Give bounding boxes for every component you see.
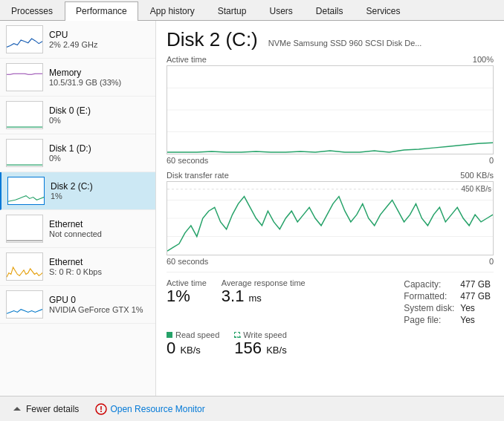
tabs-bar: Processes Performance App history Startu… [0,0,504,21]
svg-point-11 [100,411,102,412]
active-time-stat-value: 1% [167,287,207,305]
memory-label: Memory [49,68,149,78]
cpu-mini-chart [6,25,43,53]
disk1-value: 0% [49,154,149,163]
write-value: 156 KB/s [234,339,287,357]
active-time-label-row: Active time 100% [167,55,494,64]
gpu0-mini-chart [6,290,43,319]
disk2-mini-chart [7,177,45,205]
active-time-chart-section: Active time 100% 60 seconds 0 [167,55,494,165]
read-dot [167,332,172,338]
disk2-value: 1% [51,192,149,200]
transfer-time-row: 60 seconds 0 [167,257,494,266]
gpu0-info: GPU 0 NVIDIA GeForce GTX 1% [49,295,149,314]
ethernet0-info: Ethernet Not connected [49,219,149,238]
formatted-value: 477 GB [457,290,494,302]
transfer-label: Disk transfer rate [167,171,229,180]
transfer-start: 60 seconds [167,257,208,266]
sidebar-item-disk1[interactable]: Disk 1 (D:) 0% [0,134,155,172]
capacity-value: 477 GB [457,278,494,290]
capacity-label: Capacity: [401,278,457,290]
chevron-up-icon [12,404,22,414]
transfer-chart: 450 KB/s [167,181,494,255]
gpu0-value: NVIDIA GeForce GTX 1% [49,305,149,314]
sidebar-item-cpu[interactable]: CPU 2% 2.49 GHz [0,21,155,59]
active-time-stat: Active time 1% [167,278,207,326]
ethernet1-info: Ethernet S: 0 R: 0 Kbps [49,257,149,276]
page-file-value: Yes [457,314,494,326]
tab-details[interactable]: Details [305,1,355,20]
read-speed: Read speed 0 KB/s [167,330,219,357]
active-time-label: Active time [167,55,207,64]
active-time-time-row: 60 seconds 0 [167,156,494,165]
fewer-details-button[interactable]: Fewer details [7,402,83,417]
active-time-pct: 100% [473,55,494,64]
transfer-label-row: Disk transfer rate 500 KB/s [167,171,494,180]
sidebar-item-ethernet1[interactable]: Ethernet S: 0 R: 0 Kbps [0,248,155,286]
fewer-details-label: Fewer details [26,404,79,414]
cpu-value: 2% 2.49 GHz [49,40,149,49]
tab-startup[interactable]: Startup [207,1,258,20]
stats-row: Active time 1% Average response time 3.1… [167,272,494,326]
ethernet1-label: Ethernet [49,257,149,267]
sidebar-item-memory[interactable]: Memory 10.5/31.9 GB (33%) [0,59,155,97]
sidebar-item-disk0[interactable]: Disk 0 (E:) 0% [0,97,155,134]
system-disk-label: System disk: [401,302,457,314]
sidebar-item-disk2[interactable]: Disk 2 (C:) 1% [0,172,155,210]
ethernet0-mini-chart [6,215,43,243]
formatted-label: Formatted: [401,290,457,302]
open-resource-monitor-link[interactable]: Open Resource Monitor [95,403,204,415]
ethernet0-value: Not connected [49,229,149,238]
gpu0-label: GPU 0 [49,295,149,305]
disk2-label: Disk 2 (C:) [51,181,149,192]
write-dot [234,332,240,338]
disk1-mini-chart [6,139,43,167]
disk1-label: Disk 1 (D:) [49,143,149,154]
disk1-info: Disk 1 (D:) 0% [49,143,149,163]
transfer-max: 500 KB/s [460,171,494,180]
active-time-chart [167,65,494,154]
cpu-label: CPU [49,30,149,40]
svg-marker-8 [13,407,21,411]
ethernet0-label: Ethernet [49,219,149,229]
transfer-end: 0 [489,257,494,266]
tab-users[interactable]: Users [258,1,303,20]
main-area: CPU 2% 2.49 GHz Memory 10.5/31.9 GB (33%… [0,21,504,396]
disk0-info: Disk 0 (E:) 0% [49,105,149,125]
memory-mini-chart [6,63,43,91]
disk0-mini-chart [6,101,43,129]
ethernet1-value: S: 0 R: 0 Kbps [49,267,149,276]
speed-row: Read speed 0 KB/s Write speed 156 KB/s [167,330,494,357]
open-resource-monitor-label: Open Resource Monitor [110,404,204,414]
disk2-info: Disk 2 (C:) 1% [51,181,149,200]
disk0-label: Disk 0 (E:) [49,105,149,116]
cpu-info: CPU 2% 2.49 GHz [49,30,149,49]
tab-services[interactable]: Services [355,1,412,20]
content-area: Disk 2 (C:) NVMe Samsung SSD 960 SCSI Di… [156,21,504,396]
active-time-start: 60 seconds [167,156,208,165]
transfer-rate-chart-section: Disk transfer rate 500 KB/s 450 KB/s [167,171,494,266]
disk-title: Disk 2 (C:) [167,28,258,51]
page-file-label: Page file: [401,314,457,326]
read-label: Read speed [175,330,219,339]
memory-value: 10.5/31.9 GB (33%) [49,78,149,87]
sidebar: CPU 2% 2.49 GHz Memory 10.5/31.9 GB (33%… [0,21,156,396]
disk0-value: 0% [49,116,149,125]
write-speed: Write speed 156 KB/s [234,330,287,357]
ethernet1-mini-chart [6,252,43,281]
memory-info: Memory 10.5/31.9 GB (33%) [49,68,149,87]
system-disk-value: Yes [457,302,494,314]
tab-app-history[interactable]: App history [139,1,206,20]
avg-response-stat: Average response time 3.1 ms [222,278,306,326]
active-time-end: 0 [489,156,494,165]
tab-processes[interactable]: Processes [0,1,64,20]
sidebar-item-ethernet0[interactable]: Ethernet Not connected [0,210,155,248]
disk-subtitle: NVMe Samsung SSD 960 SCSI Disk De... [268,39,422,48]
bottom-bar: Fewer details Open Resource Monitor [0,396,504,421]
monitor-icon [95,403,107,415]
sidebar-item-gpu0[interactable]: GPU 0 NVIDIA GeForce GTX 1% [0,286,155,324]
tab-performance[interactable]: Performance [65,1,138,21]
read-value: 0 KB/s [167,339,219,357]
disk-specs: Capacity: 477 GB Formatted: 477 GB Syste… [401,278,494,326]
avg-response-value: 3.1 ms [222,287,306,305]
